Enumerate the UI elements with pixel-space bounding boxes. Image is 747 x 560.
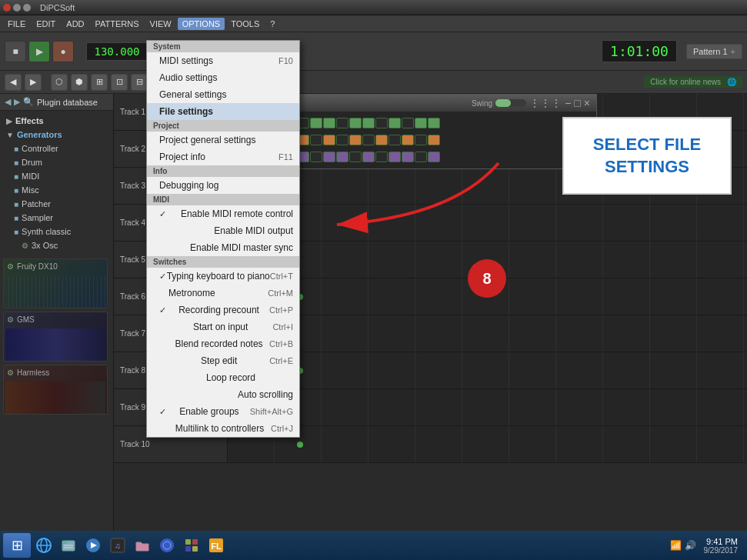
taskbar-media-icon[interactable] [82,534,105,557]
taskbar-folder-icon[interactable] [131,534,154,557]
tree-item-generators[interactable]: ▼ Generators [0,128,113,142]
dropdown-item-typing-keyboard[interactable]: ✓ Typing keyboard to piano Ctrl+T [147,268,299,285]
dropdown-item-blend-recorded[interactable]: Blend recorded notes Ctrl+B [147,335,299,352]
channel-rack-max-icon[interactable]: □ [574,97,580,109]
dropdown-item-enable-midi-output[interactable]: Enable MIDI output [147,222,299,239]
dropdown-item-step-edit[interactable]: Step edit Ctrl+E [147,352,299,369]
channel-pad[interactable] [428,152,440,162]
dropdown-item-project-general[interactable]: Project general settings [147,132,299,148]
plugin-thumb-fruitydx10[interactable]: ⚙ Fruity DX10 [3,258,108,308]
tree-item-3xosc[interactable]: ⚙ 3x Osc [0,238,113,252]
tree-item-drum[interactable]: ■ Drum [0,155,113,169]
news-bar[interactable]: Click for online news 🌐 [644,76,742,88]
menu-edit[interactable]: EDIT [32,18,60,30]
channel-pad[interactable] [336,152,348,162]
tree-item-sampler[interactable]: ■ Sampler [0,211,113,225]
channel-pad[interactable] [389,152,401,162]
tree-item-midi[interactable]: ■ MIDI [0,169,113,183]
minimize-icon[interactable] [13,4,21,12]
taskbar-explorer-icon[interactable] [57,534,80,557]
dropdown-item-enable-midi-master-sync[interactable]: Enable MIDI master sync [147,239,299,256]
dropdown-item-multilink[interactable]: Multilink to controllers Ctrl+J [147,420,299,437]
tool2-btn-6[interactable]: ⊡ [111,74,128,91]
menu-file[interactable]: FILE [3,18,30,30]
tool2-btn-5[interactable]: ⊞ [91,74,108,91]
dropdown-item-metronome[interactable]: Metronome Ctrl+M [147,285,299,302]
channel-pad[interactable] [362,135,375,145]
channel-pad[interactable] [336,118,348,128]
menu-patterns[interactable]: PATTERNS [91,18,144,30]
stop-button[interactable]: ■ [5,41,26,62]
plugin-search-icon[interactable]: 🔍 [23,97,34,107]
close-icon[interactable] [3,4,11,12]
taskbar-ie-icon[interactable] [32,534,55,557]
channel-rack-close-icon[interactable]: − [565,97,571,109]
channel-pad[interactable] [336,135,348,145]
tree-item-effects[interactable]: ▶ Effects [0,114,113,128]
maximize-icon[interactable] [23,4,31,12]
channel-pad[interactable] [402,152,414,162]
dropdown-item-recording-precount[interactable]: ✓ Recording precount Ctrl+P [147,302,299,318]
dropdown-item-auto-scrolling[interactable]: Auto scrolling [147,386,299,403]
dropdown-item-enable-midi-remote[interactable]: ✓ Enable MIDI remote control [147,205,299,222]
channel-rack-menu-icon[interactable]: ⋮⋮⋮ [529,97,562,109]
menu-help[interactable]: ? [265,18,279,30]
channel-pad[interactable] [375,135,388,145]
channel-pad[interactable] [349,135,362,145]
nav-back-icon[interactable]: ◀ [5,97,11,107]
channel-rack-x-icon[interactable]: × [584,97,590,109]
menu-view[interactable]: VIEW [145,18,176,30]
plugin-thumb-harmless[interactable]: ⚙ Harmless [3,365,108,415]
channel-pad[interactable] [310,118,322,128]
channel-pad[interactable] [323,152,335,162]
dropdown-item-debugging[interactable]: Debugging log [147,177,299,194]
channel-pad[interactable] [362,118,375,128]
channel-pad[interactable] [375,152,388,162]
start-button[interactable]: ⊞ [3,533,31,558]
tree-item-controller[interactable]: ■ Controller [0,142,113,155]
channel-pad[interactable] [310,152,322,162]
dropdown-item-audio-settings[interactable]: Audio settings [147,69,299,86]
dropdown-item-midi-settings[interactable]: MIDI settings F10 [147,52,299,69]
tool2-btn-7[interactable]: ⊟ [131,74,148,91]
nav-forward-icon[interactable]: ▶ [14,97,20,107]
channel-pad[interactable] [415,135,427,145]
dropdown-item-project-info[interactable]: Project info F11 [147,148,299,165]
dropdown-item-start-on-input[interactable]: Start on input Ctrl+I [147,318,299,335]
channel-pad[interactable] [362,152,375,162]
bpm-display[interactable]: 130.000 [86,42,148,61]
menu-tools[interactable]: TOOLS [226,18,264,30]
tool2-btn-4[interactable]: ⬢ [71,74,88,91]
tool2-btn-3[interactable]: ⬡ [51,74,68,91]
channel-pad[interactable] [415,118,427,128]
window-controls[interactable] [3,4,31,12]
channel-pad[interactable] [415,152,427,162]
play-button[interactable]: ▶ [28,41,50,62]
channel-pad[interactable] [389,135,401,145]
channel-pad[interactable] [402,135,414,145]
channel-pad[interactable] [389,118,401,128]
taskbar-browser-icon[interactable] [155,534,178,557]
tool2-btn-1[interactable]: ◀ [5,74,22,91]
dropdown-item-file-settings[interactable]: File settings [147,103,299,120]
channel-pad[interactable] [323,118,335,128]
pattern-add-icon[interactable]: + [731,47,735,56]
taskbar-appicon-icon[interactable] [180,534,203,557]
record-button[interactable]: ● [52,41,74,62]
channel-pad[interactable] [428,135,440,145]
channel-pad[interactable] [428,118,440,128]
channel-pad[interactable] [349,152,362,162]
tree-item-synth-classic[interactable]: ■ Synth classic [0,225,113,238]
dropdown-item-general-settings[interactable]: General settings [147,86,299,103]
menu-add[interactable]: ADD [62,18,88,30]
channel-pad[interactable] [310,135,322,145]
tool2-btn-2[interactable]: ▶ [25,74,42,91]
tree-item-misc[interactable]: ■ Misc [0,183,113,197]
channel-pad[interactable] [375,118,388,128]
tree-item-patcher[interactable]: ■ Patcher [0,197,113,211]
pattern-selector[interactable]: Pattern 1 + [686,44,742,59]
channel-pad[interactable] [323,135,335,145]
dropdown-item-loop-record[interactable]: Loop record [147,369,299,386]
channel-pad[interactable] [349,118,362,128]
channel-pad[interactable] [402,118,414,128]
